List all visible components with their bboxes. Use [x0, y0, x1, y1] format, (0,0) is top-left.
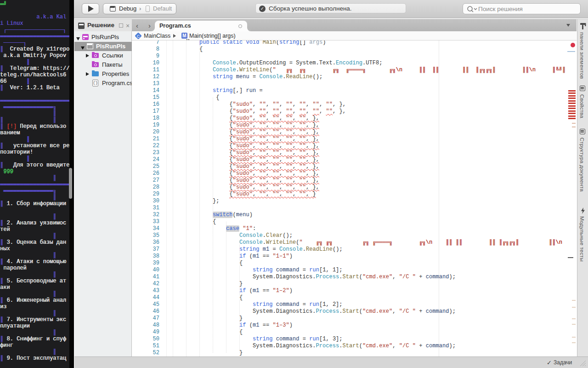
svg-text:C: C — [137, 34, 140, 39]
